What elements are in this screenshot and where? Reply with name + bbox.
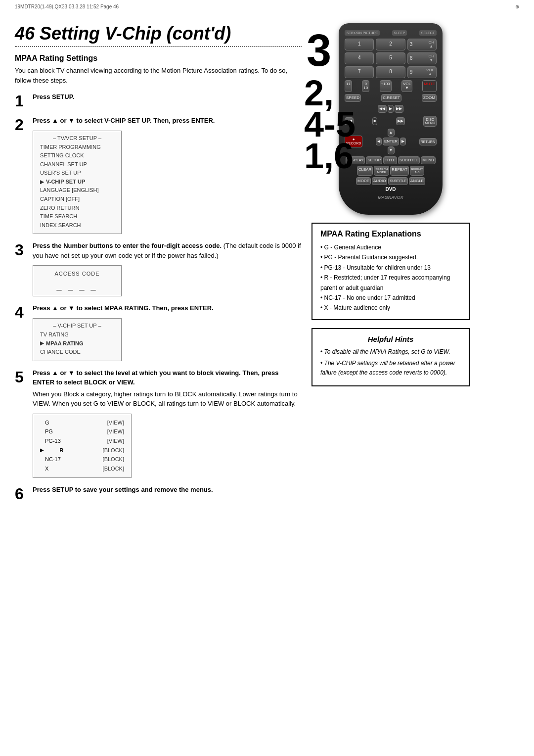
hints-list: To disable all the MPAA Ratings, set G t… (320, 347, 461, 378)
step-2-text: Press ▲ or ▼ to select V-CHIP SET UP. Th… (33, 117, 215, 124)
arrow-area: ◀◀ ▶ ▶▶ (345, 105, 437, 113)
step-3: 3 Press the Number buttons to enter the … (15, 241, 302, 296)
step-6-bold: Press SETUP to save your settings and re… (33, 486, 213, 493)
number-grid: 1 2 3 CH▲ 4 5 6 CH▼ 7 8 9 (345, 39, 437, 78)
btn-audio[interactable]: AUDIO (372, 177, 387, 185)
step-number-4: 4 (15, 304, 29, 320)
mpaa-item-r: R - Restricted; under 17 requires accomp… (320, 273, 461, 293)
menu-item-changecode: CHANGE CODE (40, 348, 114, 357)
btn-angle[interactable]: ANGLE (409, 177, 425, 185)
btn-5[interactable]: 5 (376, 52, 405, 64)
menu-item-channel: CHANNEL SET UP (40, 160, 114, 169)
btn-setup[interactable]: SETUP (366, 156, 382, 164)
lr-row: ◀ ENTER ▶ (376, 138, 406, 145)
step-2: 2 Press ▲ or ▼ to select V-CHIP SET UP. … (15, 116, 302, 234)
access-code-dashes: _ _ _ _ (41, 281, 113, 291)
btn-down[interactable]: ▼ (388, 146, 395, 154)
btn-vol-down[interactable]: VOL▼ (401, 80, 412, 92)
remote-top-row: STBY/ON PICTURE SLEEP SELECT (345, 30, 437, 36)
btn-creset[interactable]: C.RESET (381, 94, 401, 102)
mpaa-explanations-box: MPAA Rating Explanations G - General Aud… (312, 223, 470, 320)
rating-pg: PG [VIEW] (40, 427, 124, 436)
mpaa-item-x: X - Mature audience only (320, 303, 461, 313)
btn-menu-btn[interactable]: MENU (421, 156, 436, 164)
menu-item-caption: CAPTION [OFF] (40, 195, 114, 204)
clear-row: CLEAR SEARCHMODE REPEAT REPEATA-B (345, 166, 437, 176)
file-info: 19MDTR20(1-49).QX33 03.3.28 11:52 Page 4… (15, 4, 119, 9)
btn-subtitle[interactable]: SUBTITLE (398, 156, 420, 164)
mode-row: MODE AUDIO SUBTITLE ANGLE (345, 177, 437, 185)
step-1-content: Press SETUP. (33, 92, 302, 104)
step-5-bold: Press ▲ or ▼ to select the level at whic… (33, 369, 278, 386)
rating-r: R [BLOCK] (40, 446, 124, 455)
rating-nc17: NC-17 [BLOCK] (40, 455, 124, 464)
standby-button[interactable]: STBY/ON PICTURE (345, 30, 380, 36)
btn-right[interactable]: ▶ (400, 138, 406, 145)
btn-zoom[interactable]: ZOOM (422, 94, 437, 102)
brand-label: MAGNAVOX (345, 195, 437, 200)
step-4-menu-title: – V-CHIP SET UP – (40, 323, 114, 329)
btn-return[interactable]: RETURN (419, 138, 437, 145)
btn-4[interactable]: 4 (345, 52, 374, 64)
btn-enter[interactable]: ENTER (383, 138, 399, 145)
menu-item-mpaarating: MPAA RATING (40, 339, 114, 348)
big-number-3: 3 (307, 28, 331, 73)
skip-buttons: ◀◀ ▶ ▶▶ (378, 105, 403, 113)
btn-left[interactable]: ◀ (376, 138, 382, 145)
btn-ff[interactable]: ▶▶ (396, 117, 405, 125)
step-number-3: 3 (15, 242, 29, 258)
menu-item-index: INDEX SEARCH (40, 221, 114, 230)
btn-title[interactable]: TITLE (383, 156, 397, 164)
btn-stop[interactable]: ■ (372, 117, 378, 125)
btn-play[interactable]: ▶ (388, 105, 394, 113)
btn-skipback[interactable]: ◀◀ (378, 105, 387, 113)
menu-item-user: USER'S SET UP (40, 169, 114, 178)
btn-plus100[interactable]: +100 (380, 80, 392, 92)
big-numbers-rest: 2, 4-5 1,6 (304, 78, 356, 172)
speed-row: SPEED C.RESET ZOOM (345, 94, 437, 102)
btn-skipfwd[interactable]: ▶▶ (395, 105, 403, 113)
btn-6[interactable]: 6 CH▼ (407, 52, 437, 64)
btn-3[interactable]: 3 CH▲ (407, 39, 437, 50)
btn-up[interactable]: ▲ (388, 129, 395, 137)
step-number-1: 1 (15, 93, 29, 109)
btn-mode[interactable]: MODE (356, 177, 371, 185)
btn-mute[interactable]: MUTE (422, 80, 437, 92)
record-row: ●RECORD ▲ ◀ ENTER ▶ ▼ RETURN (345, 129, 437, 154)
btn-1[interactable]: 1 (345, 39, 374, 50)
btn-clear[interactable]: CLEAR (357, 166, 373, 176)
btn-7[interactable]: 7 (345, 66, 374, 78)
menu-item-language: LANGUAGE [ENGLISH] (40, 186, 114, 195)
section-intro: You can block TV channel viewing accordi… (15, 66, 302, 85)
menu-item-clock: SETTING CLOCK (40, 151, 114, 160)
step-2-content: Press ▲ or ▼ to select V-CHIP SET UP. Th… (33, 116, 302, 234)
btn-9[interactable]: 9 VOL▲ (407, 66, 437, 78)
btn-0-10[interactable]: 010 (362, 80, 369, 92)
btn-searchmode[interactable]: SEARCHMODE (374, 166, 389, 176)
step-4-content: Press ▲ or ▼ to select MPAA RATING. Then… (33, 303, 302, 361)
special-row: 11 010 +100 VOL▼ MUTE (345, 80, 437, 92)
btn-subtitle-btn[interactable]: SUBTITLE (388, 177, 407, 185)
btn-repeat[interactable]: REPEAT (390, 166, 408, 176)
sleep-button[interactable]: SLEEP (392, 30, 407, 36)
display-setup-row: DISPLAY SETUP TITLE SUBTITLE MENU (345, 156, 437, 164)
btn-2[interactable]: 2 (376, 39, 405, 50)
step-2-menu-title: – TV/VCR SETUP – (40, 135, 114, 141)
btn-disc[interactable]: DISCMENU (423, 116, 437, 127)
page-title: 46 Setting V-Chip (cont'd) (15, 23, 302, 44)
ratings-table: G [VIEW] PG [VIEW] PG-13 [VIEW] R [BLOCK… (33, 414, 132, 478)
hint-2: The V-CHIP settings will be retained aft… (320, 359, 461, 378)
step-number-5: 5 (15, 369, 29, 385)
menu-item-timer: TIMER PROGRAMMING (40, 143, 114, 152)
menu-item-time: TIME SEARCH (40, 212, 114, 221)
btn-ab[interactable]: REPEATA-B (410, 166, 425, 176)
btn-8[interactable]: 8 (376, 66, 405, 78)
access-code-title: ACCESS CODE (41, 271, 113, 277)
dvd-logo: DVD (345, 187, 437, 192)
rating-x: X [BLOCK] (40, 464, 124, 473)
helpful-hints-box: Helpful Hints To disable all the MPAA Ra… (312, 328, 470, 387)
select-button[interactable]: SELECT (419, 30, 437, 36)
step-2-menu: – TV/VCR SETUP – TIMER PROGRAMMING SETTI… (33, 131, 122, 235)
mpaa-item-g: G - General Audience (320, 242, 461, 252)
mpaa-item-pg13: PG-13 - Unsuitable for children under 13 (320, 263, 461, 273)
